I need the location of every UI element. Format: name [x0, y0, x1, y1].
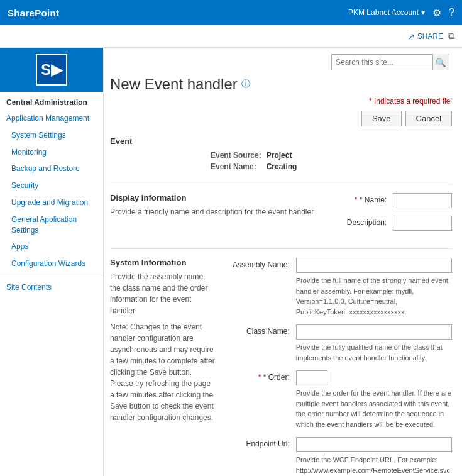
required-note: * Indicates a required fiel: [110, 97, 452, 106]
system-info-section: System Information Provide the assembly …: [110, 258, 452, 476]
top-navigation-bar: SharePoint PKM Labnet Account ▾ ⚙ ?: [0, 0, 462, 25]
settings-icon[interactable]: ⚙: [432, 7, 441, 19]
event-source-row: Event Source: Project: [211, 151, 297, 162]
description-label: Description:: [324, 216, 393, 227]
order-hint: Provide the order for the event handler.…: [296, 388, 452, 429]
order-input-wrapper: Provide the order for the event handler.…: [296, 370, 452, 429]
sidebar-item-general-app-settings[interactable]: General Application Settings: [0, 211, 103, 239]
sidebar-item-site-contents[interactable]: Site Contents: [0, 278, 103, 297]
assembly-name-input[interactable]: [296, 258, 452, 273]
window-icon[interactable]: ⧉: [448, 31, 454, 42]
display-info-section: Display Information Provide a friendly n…: [110, 193, 452, 238]
order-required-star: *: [258, 373, 263, 382]
order-input[interactable]: [296, 370, 327, 385]
assembly-name-hint: Provide the full name of the strongly na…: [296, 275, 452, 317]
account-name: PKM Labnet Account: [348, 8, 419, 17]
event-section: Event Event Source: Project Event Name: …: [110, 136, 452, 174]
search-box[interactable]: 🔍: [331, 54, 449, 70]
class-name-field-row: Class Name: Provide the fully qualified …: [227, 324, 452, 363]
main-layout: S▶ Central Administration Application Ma…: [0, 48, 462, 476]
display-info-desc: Provide a friendly name and description …: [110, 206, 314, 218]
endpoint-url-field-row: Endpoint Url: Provide the WCF Endpoint U…: [227, 437, 452, 475]
app-title: SharePoint: [8, 8, 59, 18]
system-info-desc1: Provide the assembly name, the class nam…: [110, 271, 217, 316]
event-source-key: Event Source:: [211, 151, 267, 162]
display-info-fields: * * Name: Description:: [324, 193, 452, 238]
assembly-name-field-row: Assembly Name: Provide the full name of …: [227, 258, 452, 317]
event-name-row: Event Name: Creating: [211, 162, 297, 174]
top-bar-right: PKM Labnet Account ▾ ⚙ ?: [348, 7, 454, 19]
order-label: * * Order:: [227, 370, 296, 382]
class-name-input-wrapper: Provide the fully qualified name of the …: [296, 324, 452, 363]
event-name-key: Event Name:: [211, 162, 267, 174]
content-area: 🔍 New Event handler ⓘ * Indicates a requ…: [104, 48, 462, 476]
sidebar-item-config-wizards[interactable]: Configuration Wizards: [0, 255, 103, 272]
sidebar-item-system-settings[interactable]: System Settings: [0, 127, 103, 144]
endpoint-url-input[interactable]: [296, 437, 452, 452]
name-label: * * Name:: [324, 193, 393, 204]
event-table: Event Source: Project Event Name: Creati…: [211, 151, 297, 174]
name-input[interactable]: [393, 193, 452, 208]
page-info-icon[interactable]: ⓘ: [241, 79, 250, 90]
cancel-button-top[interactable]: Cancel: [405, 111, 452, 126]
sharepoint-logo: S▶: [36, 54, 67, 86]
event-name-value: Creating: [267, 162, 297, 174]
sidebar: S▶ Central Administration Application Ma…: [0, 48, 104, 476]
sidebar-logo-area: S▶: [0, 48, 103, 92]
sidebar-section-title: Central Administration: [0, 92, 103, 110]
search-button[interactable]: 🔍: [432, 54, 449, 70]
system-info-desc2: Note: Changes to the event handler confi…: [110, 321, 217, 423]
action-bar: ↗ SHARE ⧉: [0, 25, 462, 48]
section-divider-2: [110, 248, 452, 249]
endpoint-url-input-wrapper: Provide the WCF Endpoint URL. For exampl…: [296, 437, 452, 475]
system-info-fields: Assembly Name: Provide the full name of …: [227, 258, 452, 476]
event-details: Event Source: Project Event Name: Creati…: [211, 151, 452, 174]
sidebar-item-upgrade-migration[interactable]: Upgrade and Migration: [0, 194, 103, 211]
share-icon: ↗: [407, 31, 415, 42]
sidebar-divider: [0, 275, 103, 275]
sidebar-item-monitoring[interactable]: Monitoring: [0, 144, 103, 161]
description-input[interactable]: [393, 216, 452, 231]
description-field-row: Description:: [324, 216, 452, 231]
sidebar-item-backup-restore[interactable]: Backup and Restore: [0, 160, 103, 177]
form-area: * Indicates a required fiel Save Cancel …: [104, 97, 462, 476]
system-info-left: System Information Provide the assembly …: [110, 258, 227, 476]
account-dropdown-icon: ▾: [421, 8, 425, 17]
page-title: New Event handler ⓘ: [110, 75, 449, 93]
search-input[interactable]: [332, 58, 432, 67]
assembly-name-label: Assembly Name:: [227, 258, 296, 269]
endpoint-url-hint: Provide the WCF Endpoint URL. For exampl…: [296, 455, 452, 475]
sidebar-item-apps[interactable]: Apps: [0, 238, 103, 255]
name-required-star: *: [355, 196, 360, 204]
class-name-hint: Provide the fully qualified name of the …: [296, 342, 452, 363]
share-button[interactable]: ↗ SHARE: [407, 31, 443, 42]
sidebar-item-security[interactable]: Security: [0, 177, 103, 194]
display-info-header: Display Information: [110, 193, 314, 202]
assembly-name-input-wrapper: Provide the full name of the strongly na…: [296, 258, 452, 317]
account-menu[interactable]: PKM Labnet Account ▾: [348, 8, 425, 17]
top-action-buttons: Save Cancel: [110, 111, 452, 126]
name-field-row: * * Name:: [324, 193, 452, 208]
display-info-left: Display Information Provide a friendly n…: [110, 193, 324, 238]
class-name-input[interactable]: [296, 324, 452, 340]
event-label: Event: [110, 136, 452, 146]
event-source-value: Project: [267, 151, 297, 162]
order-field-row: * * Order: Provide the order for the eve…: [227, 370, 452, 429]
class-name-label: Class Name:: [227, 324, 296, 336]
page-title-row: New Event handler ⓘ: [104, 70, 462, 97]
description-input-wrapper: [393, 216, 452, 231]
section-divider-1: [110, 184, 452, 184]
system-info-header: System Information: [110, 258, 217, 267]
name-input-wrapper: [393, 193, 452, 208]
search-icon: 🔍: [436, 58, 446, 67]
save-button-top[interactable]: Save: [361, 111, 402, 126]
endpoint-url-label: Endpoint Url:: [227, 437, 296, 448]
help-icon[interactable]: ?: [449, 7, 454, 18]
sidebar-item-application-management[interactable]: Application Management: [0, 110, 103, 127]
